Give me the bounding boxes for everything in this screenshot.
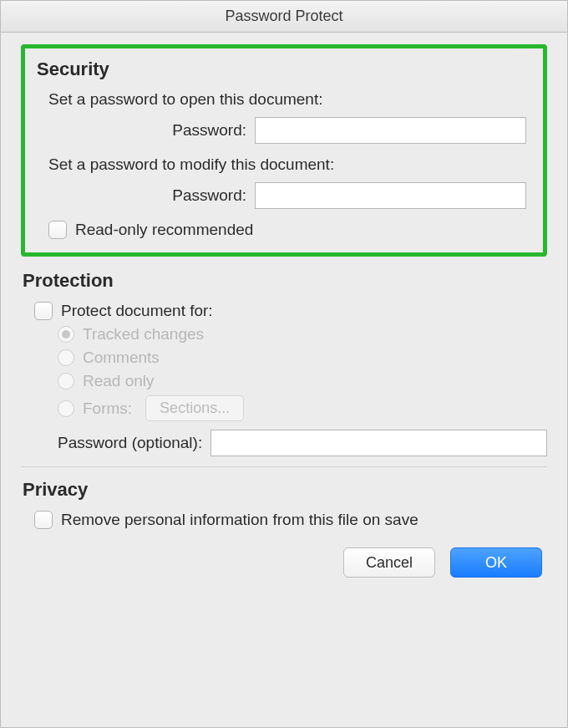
modify-password-label: Password: bbox=[172, 186, 246, 205]
sections-button[interactable]: Sections... bbox=[145, 395, 244, 421]
remove-personal-info-checkbox[interactable] bbox=[34, 511, 53, 529]
radio-comments[interactable] bbox=[58, 349, 74, 366]
password-protect-dialog: Password Protect Security Set a password… bbox=[0, 0, 568, 728]
protect-document-checkbox[interactable] bbox=[34, 302, 53, 320]
protect-document-label: Protect document for: bbox=[61, 302, 213, 320]
section-divider bbox=[21, 466, 547, 467]
window-title: Password Protect bbox=[225, 8, 342, 25]
radio-read-only-label: Read only bbox=[83, 372, 155, 390]
ok-button[interactable]: OK bbox=[450, 547, 542, 578]
cancel-button[interactable]: Cancel bbox=[343, 547, 435, 578]
readonly-recommended-label: Read-only recommended bbox=[75, 221, 253, 239]
open-password-prompt: Set a password to open this document: bbox=[48, 90, 533, 109]
security-highlight-box: Security Set a password to open this doc… bbox=[21, 44, 547, 257]
protection-heading: Protection bbox=[23, 270, 547, 292]
radio-tracked-changes[interactable] bbox=[58, 326, 74, 343]
dialog-footer: Cancel OK bbox=[21, 547, 547, 578]
radio-forms[interactable] bbox=[58, 400, 74, 417]
radio-read-only[interactable] bbox=[58, 373, 74, 389]
remove-personal-info-label: Remove personal information from this fi… bbox=[61, 511, 418, 529]
protection-password-label: Password (optional): bbox=[58, 434, 202, 452]
modify-password-input[interactable] bbox=[255, 182, 526, 209]
protection-password-input[interactable] bbox=[210, 430, 547, 456]
protection-radio-group: Tracked changes Comments Read only Forms… bbox=[58, 325, 547, 421]
radio-forms-label: Forms: bbox=[83, 400, 132, 418]
radio-tracked-changes-label: Tracked changes bbox=[83, 325, 204, 344]
open-password-input[interactable] bbox=[255, 117, 526, 144]
readonly-recommended-checkbox[interactable] bbox=[48, 221, 67, 239]
modify-password-prompt: Set a password to modify this document: bbox=[48, 155, 533, 174]
titlebar: Password Protect bbox=[1, 1, 567, 33]
open-password-label: Password: bbox=[172, 121, 246, 140]
privacy-heading: Privacy bbox=[23, 479, 547, 501]
radio-comments-label: Comments bbox=[83, 349, 160, 367]
security-heading: Security bbox=[37, 59, 533, 80]
